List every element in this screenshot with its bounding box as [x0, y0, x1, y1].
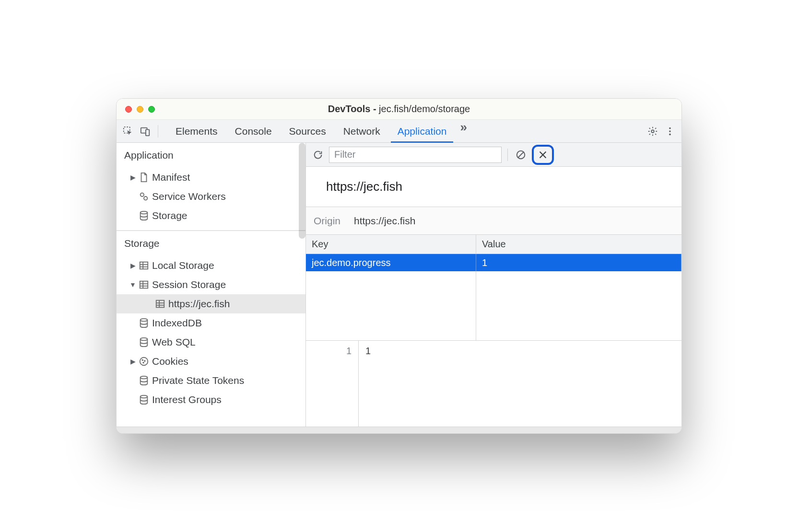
table-row[interactable]: jec.demo.progress 1	[306, 254, 681, 271]
file-icon	[137, 172, 151, 183]
origin-heading: https://jec.fish	[306, 167, 681, 207]
svg-point-26	[144, 360, 145, 361]
tab-console[interactable]: Console	[226, 120, 281, 142]
svg-rect-14	[140, 281, 148, 289]
delete-selected-highlight	[532, 145, 554, 165]
sidebar-item-interest-groups[interactable]: Interest Groups	[117, 390, 305, 409]
settings-gear-icon[interactable]	[645, 124, 660, 139]
sidebar-item-storage-overview[interactable]: Storage	[117, 206, 305, 225]
panel-tabs: Elements Console Sources Network Applica…	[167, 120, 471, 142]
svg-point-24	[140, 358, 148, 366]
application-sidebar: Application ▶ Manifest Service Workers S…	[117, 143, 306, 427]
tab-application[interactable]: Application	[389, 120, 456, 142]
table-icon	[137, 260, 151, 271]
table-empty-area[interactable]	[306, 271, 681, 340]
svg-rect-18	[156, 301, 164, 308]
svg-point-8	[144, 197, 147, 200]
svg-point-27	[143, 362, 144, 363]
svg-point-3	[651, 130, 654, 133]
database-icon	[137, 375, 151, 386]
kebab-menu-icon[interactable]	[662, 124, 678, 139]
delete-selected-icon[interactable]	[536, 148, 550, 162]
table-header: Key Value	[306, 235, 681, 254]
database-icon	[137, 337, 151, 347]
sidebar-item-session-storage[interactable]: ▼ Session Storage	[117, 275, 305, 294]
sidebar-item-service-workers[interactable]: Service Workers	[117, 187, 305, 206]
window-title: DevTools - jec.fish/demo/storage	[117, 104, 681, 115]
preview-value: 1	[359, 341, 371, 427]
more-tabs-icon[interactable]: »	[455, 120, 470, 142]
cell-value[interactable]: 1	[476, 254, 681, 271]
col-value[interactable]: Value	[476, 235, 681, 254]
svg-point-6	[669, 133, 671, 135]
svg-point-5	[669, 130, 671, 132]
svg-line-31	[518, 151, 524, 158]
svg-rect-10	[140, 262, 148, 269]
cell-key[interactable]: jec.demo.progress	[306, 254, 476, 271]
origin-info-row: Origin https://jec.fish	[306, 207, 681, 235]
tab-sources[interactable]: Sources	[281, 120, 335, 142]
inspect-element-icon[interactable]	[120, 124, 136, 139]
gears-icon	[137, 191, 151, 202]
database-icon	[137, 210, 151, 221]
tab-elements[interactable]: Elements	[167, 120, 226, 142]
svg-point-7	[141, 193, 144, 197]
svg-point-25	[142, 359, 143, 360]
titlebar: DevTools - jec.fish/demo/storage	[117, 99, 681, 120]
sidebar-item-websql[interactable]: Web SQL	[117, 333, 305, 352]
origin-value: https://jec.fish	[354, 215, 415, 227]
svg-point-9	[141, 211, 148, 214]
sidebar-item-cookies[interactable]: ▶ Cookies	[117, 352, 305, 371]
filter-input[interactable]	[329, 147, 502, 163]
sidebar-item-local-storage[interactable]: ▶ Local Storage	[117, 256, 305, 275]
svg-rect-2	[146, 129, 149, 136]
table-icon	[137, 279, 151, 290]
section-title-application: Application	[117, 143, 305, 166]
sidebar-item-session-storage-origin[interactable]: https://jec.fish	[117, 294, 305, 313]
svg-point-28	[141, 376, 148, 379]
storage-panel: https://jec.fish Origin https://jec.fish…	[306, 143, 681, 427]
col-key[interactable]: Key	[306, 235, 476, 254]
svg-point-29	[141, 395, 148, 398]
cookie-icon	[137, 356, 151, 367]
sidebar-scrollbar[interactable]	[299, 143, 305, 239]
horizontal-scrollbar[interactable]	[117, 427, 681, 433]
refresh-icon[interactable]	[311, 148, 325, 162]
preview-line-number: 1	[306, 341, 359, 427]
sidebar-item-private-state-tokens[interactable]: Private State Tokens	[117, 371, 305, 390]
origin-label: Origin	[314, 215, 354, 227]
sidebar-item-manifest[interactable]: ▶ Manifest	[117, 168, 305, 187]
database-icon	[137, 394, 151, 405]
tab-network[interactable]: Network	[335, 120, 389, 142]
database-icon	[137, 318, 151, 328]
main-toolbar: Elements Console Sources Network Applica…	[117, 120, 681, 143]
svg-point-22	[141, 319, 148, 322]
svg-point-4	[669, 127, 671, 129]
device-toolbar-icon[interactable]	[138, 124, 153, 139]
clear-all-icon[interactable]	[514, 148, 528, 162]
section-title-storage: Storage	[117, 231, 305, 254]
sidebar-item-indexeddb[interactable]: IndexedDB	[117, 313, 305, 333]
filter-toolbar	[306, 143, 681, 167]
value-preview: 1 1	[306, 341, 681, 427]
svg-point-23	[141, 338, 148, 341]
storage-table: Key Value jec.demo.progress 1	[306, 235, 681, 341]
devtools-window: DevTools - jec.fish/demo/storage Element…	[116, 98, 682, 434]
table-icon	[153, 299, 167, 309]
